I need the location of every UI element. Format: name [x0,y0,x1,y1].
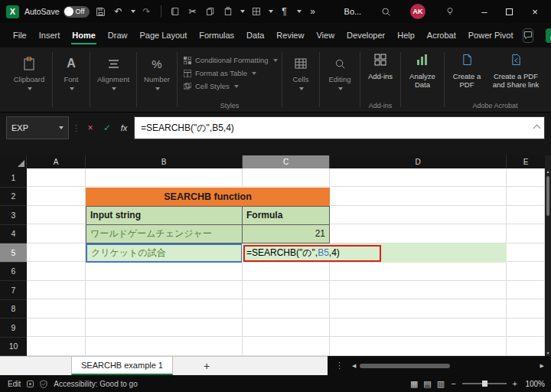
font-group-button[interactable]: A Font [54,47,88,112]
zoom-level[interactable]: 100% [523,380,545,388]
scroll-down-icon[interactable]: ▼ [546,350,550,356]
paragraph-dropdown-icon[interactable] [297,10,302,13]
scroll-up-icon[interactable]: ▲ [546,168,550,175]
document-title[interactable]: Bo... [344,7,362,16]
row-header[interactable]: 8 [0,300,27,319]
zoom-out-button[interactable]: − [451,379,455,388]
tab-developer[interactable]: Developer [344,26,387,44]
page-layout-view-icon[interactable]: ▤ [423,379,431,389]
close-button[interactable]: × [525,3,545,20]
number-group-button[interactable]: % Number [139,47,175,112]
share-button[interactable] [546,28,551,43]
row-header[interactable]: 3 [0,206,27,225]
column-header-e[interactable]: E [507,155,545,168]
row-header-active[interactable]: 5 [0,243,27,263]
undo-icon[interactable]: ↶ [112,5,125,18]
name-box[interactable]: EXP [6,116,69,139]
zoom-in-button[interactable]: + [513,379,517,388]
tab-data[interactable]: Data [244,26,266,44]
workbook-icon[interactable] [169,5,181,18]
paste-dropdown-icon[interactable] [240,10,245,13]
borders-dropdown-icon[interactable] [269,10,273,13]
column-header-a[interactable]: A [27,155,86,168]
cell-b2-title[interactable]: SEARCHB function [86,188,330,207]
format-as-table-button[interactable]: Format as Table [179,67,280,80]
clipboard-group-button[interactable]: Clipboard [8,47,51,112]
create-pdf-share-button[interactable]: Create a PDF and Share link [487,47,544,90]
zoom-slider[interactable] [462,383,507,384]
zoom-slider-thumb[interactable] [482,381,487,387]
tab-options-icon[interactable]: ⋮ [335,361,344,371]
undo-dropdown-icon[interactable] [131,10,135,13]
tab-formulas[interactable]: Formulas [197,26,236,44]
tab-home[interactable]: Home [70,26,98,44]
row-header[interactable]: 7 [0,281,27,300]
tab-insert[interactable]: Insert [37,26,63,44]
tab-review[interactable]: Review [274,26,306,44]
cell-styles-button[interactable]: Cell Styles [179,80,280,93]
accessibility-status[interactable]: Accessibility: Good to go [54,380,138,388]
cell-d5[interactable] [330,243,507,263]
avatar[interactable]: AK [410,4,425,19]
normal-view-icon[interactable]: ▦ [410,379,418,389]
addins-button[interactable]: Add-ins [362,47,399,80]
minimize-button[interactable]: – [474,3,494,20]
worksheet[interactable]: SEARCHB function Input string Formula ワー… [27,168,545,356]
cancel-button[interactable]: × [83,116,97,139]
sheet-tab-active[interactable]: SEARCHB example 1 [71,357,173,375]
more-commands-icon[interactable]: » [307,5,319,18]
vertical-scrollbar-thumb[interactable] [546,176,549,216]
row-header[interactable]: 1 [0,168,27,188]
insert-function-button[interactable]: fx [117,116,131,139]
row-header[interactable]: 4 [0,225,27,244]
autosave-toggle[interactable]: Off [64,6,90,18]
cell-c3-formula-header[interactable]: Formula [242,206,330,225]
scroll-left-icon[interactable]: ◀ [352,363,356,369]
macro-record-icon[interactable] [27,381,34,387]
row-header[interactable]: 6 [0,263,27,282]
conditional-formatting-button[interactable]: Conditional Formatting [179,54,280,67]
cell-b4-input-string[interactable]: ワールドゲームチェンジャー [86,225,243,244]
editing-group-button[interactable]: Editing [321,47,358,112]
save-icon[interactable] [95,5,107,18]
copy-icon[interactable] [204,5,217,18]
expand-formula-bar-icon[interactable] [533,125,541,132]
formula-input[interactable]: =SEARCHB("の",B5,4) [134,116,545,139]
row-header[interactable]: 10 [0,338,27,357]
cell-b3-input-header[interactable]: Input string [86,206,243,225]
horizontal-scrollbar[interactable]: ⋮ ◀ ▶ [328,356,551,375]
column-header-b[interactable]: B [86,155,243,168]
redo-icon[interactable]: ↷ [141,5,153,18]
borders-icon[interactable] [250,5,262,18]
column-header-d[interactable]: D [330,155,507,168]
paste-icon[interactable] [222,5,234,18]
page-break-view-icon[interactable]: ▥ [437,379,445,389]
create-pdf-button[interactable]: Create a PDF [446,47,487,90]
scroll-right-icon[interactable]: ▶ [540,363,544,369]
cell-c4-result[interactable]: 21 [242,225,330,244]
enter-button[interactable]: ✓ [100,116,114,139]
cell-b5-referenced[interactable]: クリケットの試合 [86,243,243,263]
horizontal-scroll-track[interactable] [360,363,536,369]
maximize-button[interactable] [500,3,520,20]
comments-button[interactable] [523,28,533,43]
vertical-scrollbar[interactable]: ▲ ▼ [545,168,551,356]
lightbulb-icon[interactable] [444,5,456,18]
tab-help[interactable]: Help [395,26,417,44]
new-sheet-button[interactable]: + [204,357,210,375]
cells-group-button[interactable]: Cells [284,47,318,112]
row-header[interactable]: 9 [0,318,27,338]
tab-view[interactable]: View [314,26,337,44]
horizontal-scrollbar-thumb[interactable] [360,364,450,368]
cut-icon[interactable]: ✂ [187,5,199,18]
tab-power-pivot[interactable]: Power Pivot [466,26,516,44]
tab-page-layout[interactable]: Page Layout [137,26,189,44]
alignment-group-button[interactable]: Alignment [92,47,135,112]
tab-draw[interactable]: Draw [106,26,130,44]
tab-file[interactable]: File [11,26,29,44]
tab-acrobat[interactable]: Acrobat [425,26,458,44]
analyze-data-button[interactable]: Analyze Data [403,47,442,112]
select-all-button[interactable] [0,155,27,168]
search-icon[interactable] [380,5,392,18]
autosave-control[interactable]: AutoSave Off [24,6,90,18]
